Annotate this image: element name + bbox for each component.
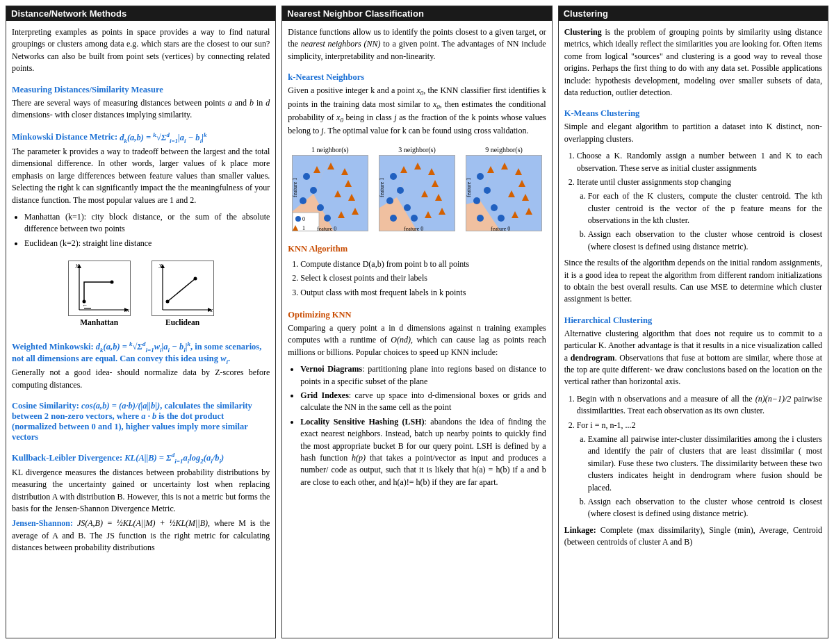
- euclidean-svg: x y: [152, 261, 214, 316]
- knn-9-svg: feature 0 feature 1: [466, 155, 542, 231]
- hierarchical-step-2: For i = n, n-1, ...2 Examine all pairwis…: [577, 420, 822, 520]
- svg-point-75: [473, 197, 480, 204]
- knn-3-svg: feature 0 feature 1: [379, 155, 455, 231]
- svg-text:feature 1: feature 1: [379, 178, 385, 197]
- hierarchical-step-1: Begin with n observations and a measure …: [577, 393, 822, 418]
- js-body: Jensen-Shannon: JS(A,B) = ½KL(A||M) + ½K…: [12, 518, 270, 554]
- svg-text:feature 0: feature 0: [404, 226, 423, 231]
- kl-title: Kullback-Leibler Divergence: KL(A||B) = …: [12, 452, 270, 465]
- svg-point-31: [310, 187, 317, 194]
- knn-step-2: Select k closest points and their labels: [300, 272, 546, 284]
- svg-point-17: [165, 300, 169, 304]
- svg-text:feature 0: feature 0: [491, 226, 510, 231]
- hierarchical-steps: Begin with n observations and a measure …: [577, 393, 822, 522]
- svg-point-76: [491, 204, 498, 211]
- svg-text:feature 1: feature 1: [466, 178, 472, 197]
- manhattan-diagram: x y ← Manhattan: [68, 261, 131, 327]
- kmeans-step-1: Choose a K. Randomly assign a number bet…: [577, 150, 822, 174]
- col1-header: Distance/Network Methods: [6, 6, 275, 21]
- svg-point-73: [477, 173, 484, 180]
- knn-3-title: 3 neighbor(s): [398, 146, 436, 154]
- svg-text:←: ←: [82, 302, 88, 308]
- knn-1-title: 1 neighbor(s): [311, 146, 349, 154]
- euclidean-diagram: x y Euclidean: [152, 261, 214, 327]
- hierarchical-step-2a: Examine all pairwise inter-cluster dissi…: [588, 434, 822, 494]
- nn-intro: Distance functions allow us to identify …: [288, 26, 546, 63]
- cosine-title: Cosine Similarity: cos(a,b) = (a·b)/(|a|…: [12, 401, 270, 443]
- kl-body: KL divergence measures the distances bet…: [12, 467, 270, 515]
- knn-algorithm-list: Compute distance D(a,b) from point b to …: [300, 258, 546, 301]
- knn-chart-3: 3 neighbor(s): [375, 146, 459, 231]
- knn-chart-9: 9 neighbor(s): [462, 146, 546, 231]
- col2-header: Nearest Neighbor Classification: [282, 6, 551, 21]
- svg-point-59: [411, 215, 418, 222]
- column-nn: Nearest Neighbor Classification Distance…: [281, 6, 552, 638]
- knn-chart-1: 1 neighbor(s): [288, 146, 372, 231]
- clustering-intro: Clustering is the problem of grouping po…: [564, 26, 822, 99]
- knn-step-1: Compute distance D(a,b) from point b to …: [300, 258, 546, 270]
- svg-point-33: [317, 204, 324, 211]
- knn-step-3: Output class with most frequent labels i…: [300, 287, 546, 299]
- svg-point-74: [484, 187, 491, 194]
- svg-point-55: [397, 187, 404, 194]
- svg-text:0: 0: [302, 216, 305, 222]
- column-distance-network: Distance/Network Methods Interpreting ex…: [6, 6, 276, 638]
- svg-text:y: y: [158, 261, 162, 268]
- measuring-distances-body: There are several ways of measuring dist…: [12, 97, 270, 122]
- measuring-distances-title: Measuring Distances/Similarity Measure: [12, 85, 270, 95]
- kmeans-title: K-Means Clustering: [564, 108, 822, 119]
- kmeans-intro: Simple and elegant algorithm to partitio…: [564, 121, 822, 145]
- optimizing-knn-title: Optimizing KNN: [288, 310, 546, 320]
- svg-text:1: 1: [302, 225, 305, 231]
- svg-text:x: x: [209, 306, 213, 313]
- svg-point-32: [300, 197, 306, 204]
- minkowski-title: Minkowski Distance Metric: dk(a,b) = k√Σ…: [12, 131, 270, 144]
- knn-speedup-list: Vernoi Diagrams: partitioning plane into…: [300, 363, 546, 490]
- svg-point-37: [295, 216, 301, 222]
- svg-point-78: [498, 215, 505, 222]
- linkage-note: Linkage: Complete (max dissimilarity), S…: [564, 525, 822, 549]
- svg-text:y: y: [75, 261, 79, 268]
- knn-1-svg: 0 1 feature 0 feature 1: [292, 155, 368, 231]
- svg-point-58: [390, 215, 397, 222]
- weighted-minkowski-body: Generally not a good idea- should normal…: [12, 367, 270, 391]
- svg-text:feature 1: feature 1: [292, 178, 298, 197]
- kmeans-step-2b: Assign each observation to the cluster w…: [588, 229, 822, 253]
- kmeans-note: Since the results of the algorithm depen…: [564, 257, 822, 306]
- kmeans-step-2: Iterate until cluster assignments stop c…: [577, 176, 822, 253]
- knn-body: Given a positive integer k and a point x…: [288, 85, 546, 138]
- euclidean-item: Euclidean (k=2): straight line distance: [24, 238, 270, 249]
- kmeans-steps: Choose a K. Randomly assign a number bet…: [577, 150, 822, 255]
- hierarchical-title: Hierarchical Clustering: [564, 315, 822, 326]
- svg-point-35: [324, 215, 331, 222]
- minkowski-body: The parameter k provides a way to tradeo…: [12, 146, 270, 206]
- svg-point-77: [477, 215, 484, 222]
- vernoi-item: Vernoi Diagrams: partitioning plane into…: [300, 363, 546, 388]
- hierarchical-step-2b: Assign each observation to the cluster w…: [588, 496, 822, 520]
- grid-item: Grid Indexes: carve up space into d-dime…: [300, 390, 546, 414]
- minkowski-list: Manhattan (k=1): city block distance, or…: [24, 211, 270, 251]
- kmeans-sub-steps: For each of the K clusters, compute the …: [588, 190, 822, 253]
- column-clustering: Clustering Clustering is the problem of …: [558, 6, 828, 638]
- svg-text:x: x: [126, 306, 129, 313]
- page-container: Distance/Network Methods Interpreting ex…: [0, 0, 834, 644]
- col3-header: Clustering: [559, 6, 828, 21]
- manhattan-svg: x y ←: [68, 261, 131, 316]
- svg-point-57: [404, 204, 411, 211]
- svg-point-18: [193, 277, 197, 281]
- weighted-minkowski-title: Weighted Minkowski: dk(a,b) = k√Σdi=1wi|…: [12, 340, 270, 365]
- lsh-item: Locality Sensitive Hashing (LSH): abando…: [300, 416, 546, 488]
- svg-line-16: [167, 279, 195, 302]
- hierarchical-intro: Alternative clustering algorithm that do…: [564, 328, 822, 388]
- svg-point-56: [386, 197, 393, 204]
- knn-algorithm-title: KNN Algorithm: [288, 244, 546, 254]
- knn-charts: 1 neighbor(s): [288, 146, 546, 231]
- knn-title: k-Nearest Neighbors: [288, 72, 546, 83]
- manhattan-item: Manhattan (k=1): city block distance, or…: [24, 211, 270, 236]
- svg-point-7: [110, 281, 113, 284]
- hierarchical-sub-steps: Examine all pairwise inter-cluster dissi…: [588, 434, 822, 520]
- svg-point-30: [303, 173, 310, 180]
- optimizing-knn-body: Comparing a query point a in d dimension…: [288, 322, 546, 358]
- manhattan-label: Manhattan: [80, 318, 118, 327]
- kmeans-step-2a: For each of the K clusters, compute the …: [588, 190, 822, 226]
